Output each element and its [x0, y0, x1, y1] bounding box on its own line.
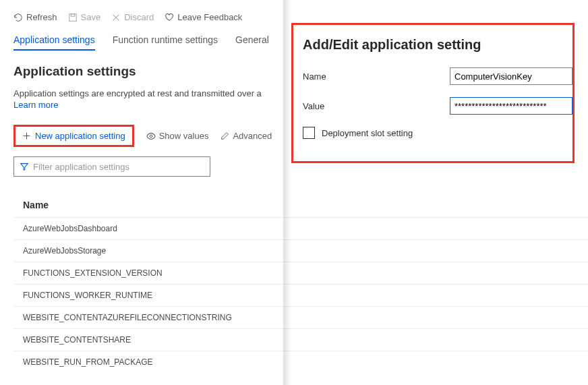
show-values-button[interactable]: Show values	[146, 131, 209, 141]
advanced-button[interactable]: Advanced	[220, 131, 272, 141]
slot-label: Deployment slot setting	[322, 128, 413, 138]
svg-point-2	[150, 135, 152, 138]
tab-runtime[interactable]: Function runtime settings	[113, 34, 218, 51]
name-input[interactable]	[450, 67, 572, 85]
table-row[interactable]: FUNCTIONS_WORKER_RUNTIME	[13, 284, 588, 306]
save-button[interactable]: Save	[68, 12, 101, 22]
svg-rect-0	[69, 13, 76, 21]
refresh-button[interactable]: Refresh	[13, 12, 57, 22]
table-row[interactable]: WEBSITE_CONTENTAZUREFILECONNECTIONSTRING	[13, 306, 588, 328]
feedback-button[interactable]: Leave Feedback	[165, 12, 242, 22]
heart-icon	[165, 13, 174, 22]
table-row[interactable]: WEBSITE_CONTENTSHARE	[13, 328, 588, 351]
new-setting-label: New application setting	[35, 131, 125, 141]
save-label: Save	[81, 12, 101, 22]
name-label: Name	[303, 71, 450, 82]
show-values-label: Show values	[159, 131, 209, 141]
table-row[interactable]: AzureWebJobsStorage	[13, 239, 588, 262]
discard-icon	[111, 13, 121, 22]
feedback-label: Leave Feedback	[177, 12, 242, 22]
table-row[interactable]: AzureWebJobsDashboard	[13, 217, 588, 239]
refresh-label: Refresh	[26, 12, 57, 22]
eye-icon	[146, 131, 156, 141]
save-icon	[68, 13, 78, 22]
tab-general[interactable]: General	[235, 34, 269, 51]
table-row[interactable]: WEBSITE_RUN_FROM_PACKAGE	[13, 351, 588, 373]
new-setting-button[interactable]: New application setting	[13, 125, 134, 147]
filter-icon	[20, 162, 29, 171]
tab-app-settings[interactable]: Application settings	[13, 34, 95, 51]
panel-title: Add/Edit application setting	[303, 37, 572, 53]
discard-label: Discard	[124, 12, 154, 22]
svg-rect-1	[71, 13, 74, 16]
slot-checkbox[interactable]	[303, 127, 315, 139]
value-input[interactable]	[450, 97, 572, 115]
pencil-icon	[220, 131, 229, 140]
discard-button[interactable]: Discard	[111, 12, 154, 22]
advanced-label: Advanced	[233, 131, 272, 141]
value-label: Value	[303, 101, 450, 111]
filter-input[interactable]	[33, 162, 204, 172]
add-edit-panel: Add/Edit application setting Name Value …	[291, 23, 575, 163]
plus-icon	[22, 131, 31, 140]
table-header-name: Name	[13, 196, 588, 217]
table-row[interactable]: FUNCTIONS_EXTENSION_VERSION	[13, 262, 588, 284]
filter-wrap[interactable]	[13, 156, 210, 177]
refresh-icon	[13, 13, 23, 22]
